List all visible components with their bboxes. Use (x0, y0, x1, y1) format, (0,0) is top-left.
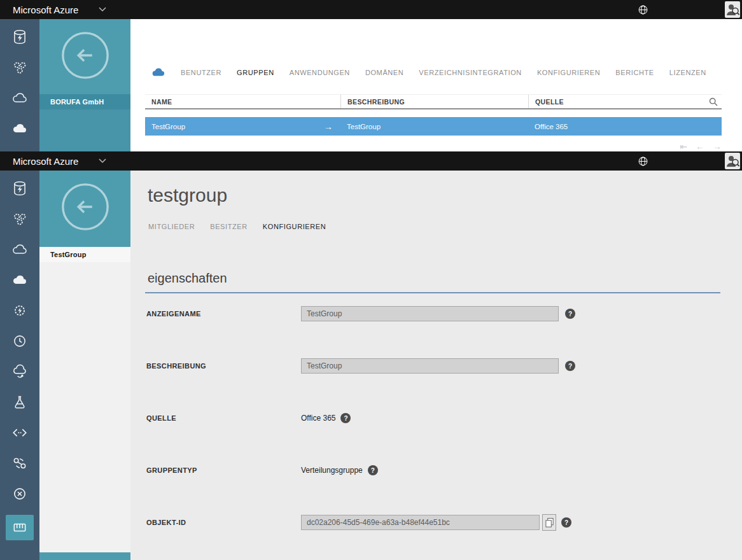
help-icon[interactable]: ? (340, 413, 351, 423)
table-row[interactable]: TestGroup → TestGroup Office 365 (145, 117, 722, 136)
tab-anwendungen[interactable]: ANWENDUNGEN (290, 69, 350, 76)
flask-icon[interactable] (10, 393, 29, 412)
left-nav-strip (0, 19, 39, 151)
side-panel-header (39, 171, 130, 247)
cloud-sync-icon[interactable] (10, 362, 29, 381)
cloud-icon[interactable] (10, 240, 29, 259)
tab-benutzer[interactable]: BENUTZER (181, 69, 221, 76)
back-arrow-icon[interactable] (59, 29, 112, 85)
tab-domaenen[interactable]: DOMÄNEN (365, 69, 403, 76)
group-configure-window: Microsoft Azure (0, 151, 742, 560)
section-divider (145, 292, 720, 293)
keyboard-icon[interactable] (6, 515, 34, 540)
form-row-quelle: QUELLE Office 365 ? (146, 409, 720, 428)
title-bar: Microsoft Azure (0, 151, 742, 171)
side-panel-footer (39, 552, 130, 560)
directory-tab-bar: BENUTZER GRUPPEN ANWENDUNGEN DOMÄNEN VER… (151, 67, 706, 77)
help-icon[interactable]: ? (565, 309, 575, 319)
back-arrow-icon[interactable] (59, 180, 112, 236)
profile-search-badge-icon[interactable] (725, 1, 740, 20)
app-title: Microsoft Azure (13, 4, 78, 15)
group-side-panel: TestGroup (39, 171, 130, 560)
window-body: TestGroup testgroup MITGLIEDER BESITZER … (0, 171, 742, 560)
gears-icon[interactable] (10, 58, 29, 77)
title-bar: Microsoft Azure (0, 0, 742, 19)
section-title: eigenschaften (148, 271, 227, 286)
objekt-id-label: OBJEKT-ID (146, 519, 301, 526)
help-icon[interactable]: ? (561, 517, 571, 528)
side-panel-header (39, 19, 130, 94)
database-lightning-icon[interactable] (10, 179, 29, 198)
help-icon[interactable]: ? (565, 361, 575, 371)
prev-page-icon[interactable]: ← (696, 141, 704, 151)
row-source-cell: Office 365 (528, 123, 722, 130)
tab-mitglieder[interactable]: MITGLIEDER (148, 223, 195, 230)
next-page-icon[interactable]: → (713, 141, 722, 151)
globe-icon[interactable] (638, 156, 648, 169)
beschreibung-field[interactable] (301, 358, 559, 374)
tab-lizenzen[interactable]: LIZENZEN (669, 69, 706, 76)
objekt-id-field[interactable] (301, 515, 540, 530)
globe-icon[interactable] (638, 4, 648, 18)
directory-side-panel: BORUFA GmbH (39, 19, 130, 151)
side-panel-filler (39, 262, 130, 560)
azure-logo-icon (151, 67, 165, 77)
profile-search-badge-icon[interactable] (725, 153, 740, 172)
main-content: BENUTZER GRUPPEN ANWENDUNGEN DOMÄNEN VER… (130, 19, 742, 151)
app-title: Microsoft Azure (13, 156, 78, 167)
group-name-band[interactable]: TestGroup (39, 247, 130, 262)
anzeigename-field[interactable] (301, 306, 559, 321)
tab-verzeichnisintegration[interactable]: VERZEICHNISINTEGRATION (419, 69, 522, 76)
database-lightning-icon[interactable] (10, 27, 29, 46)
directory-name-band[interactable]: BORUFA GmbH (39, 94, 130, 109)
group-tab-bar: MITGLIEDER BESITZER KONFIGURIEREN (148, 223, 326, 230)
form-row-objekt-id: OBJEKT-ID ? (146, 513, 720, 532)
pagination: ⇤ ← → (680, 141, 722, 151)
network-nodes-icon[interactable] (10, 454, 29, 473)
column-header-name: NAME (145, 98, 340, 106)
help-icon[interactable]: ? (368, 465, 378, 475)
tab-konfigurieren[interactable]: KONFIGURIEREN (537, 69, 600, 76)
azure-cloud-icon[interactable] (10, 270, 29, 290)
chevron-down-icon[interactable] (99, 7, 106, 12)
gruppentyp-label: GRUPPENTYP (146, 466, 301, 474)
column-header-quelle: QUELLE (528, 95, 705, 108)
window-body: BORUFA GmbH BENUTZER GRUPPEN ANWENDUNGEN… (0, 19, 742, 151)
quelle-label: QUELLE (146, 414, 301, 422)
gears-icon[interactable] (10, 209, 29, 228)
row-open-arrow-icon[interactable]: → (324, 122, 333, 132)
left-nav-strip (0, 171, 39, 560)
page-title: testgroup (148, 185, 227, 206)
side-panel-filler (39, 109, 130, 151)
form-row-anzeigename: ANZEIGENAME ? (146, 304, 720, 323)
form-row-gruppentyp: GRUPPENTYP Verteilungsgruppe ? (146, 461, 720, 480)
form-row-beschreibung: BESCHREIBUNG ? (146, 356, 720, 375)
code-icon[interactable] (10, 423, 29, 442)
groups-list-window: Microsoft Azure (0, 0, 742, 151)
azure-cloud-icon[interactable] (10, 119, 29, 138)
column-header-beschreibung: BESCHREIBUNG (340, 95, 528, 108)
first-page-icon[interactable]: ⇤ (680, 141, 687, 151)
tab-konfigurieren[interactable]: KONFIGURIEREN (263, 223, 326, 230)
beschreibung-label: BESCHREIBUNG (146, 362, 301, 370)
search-icon[interactable] (705, 97, 722, 106)
cloud-icon[interactable] (10, 88, 29, 108)
gear-lightning-icon[interactable] (10, 301, 29, 320)
table-header: NAME BESCHREIBUNG QUELLE (145, 94, 722, 109)
row-description-cell: TestGroup (340, 123, 528, 130)
main-content: testgroup MITGLIEDER BESITZER KONFIGURIE… (130, 171, 742, 560)
quelle-value: Office 365 (301, 414, 335, 423)
tab-gruppen[interactable]: GRUPPEN (237, 69, 274, 76)
gruppentyp-value: Verteilungsgruppe (301, 466, 363, 475)
tab-besitzer[interactable]: BESITZER (210, 223, 248, 230)
circle-x-icon[interactable] (10, 484, 29, 503)
anzeigename-label: ANZEIGENAME (146, 310, 301, 318)
copy-icon[interactable] (542, 514, 556, 531)
clock-icon[interactable] (10, 332, 29, 351)
row-name-cell: TestGroup (151, 123, 185, 130)
tab-berichte[interactable]: BERICHTE (615, 69, 654, 76)
chevron-down-icon[interactable] (99, 158, 106, 164)
